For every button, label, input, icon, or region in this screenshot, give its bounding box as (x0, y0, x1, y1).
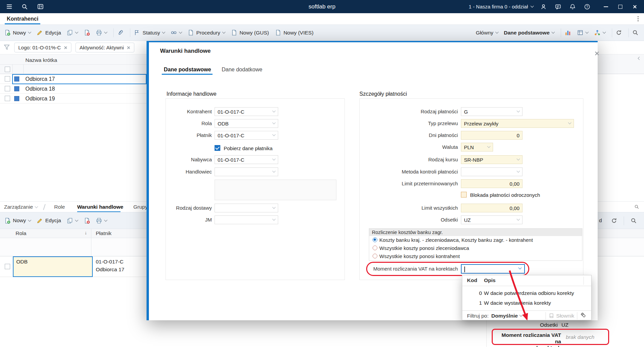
new-button[interactable]: Nowy (4, 217, 31, 224)
new-vies-button[interactable]: Nowy (VIES) (275, 29, 314, 36)
contractor-icon (14, 96, 19, 101)
tab-grupy[interactable]: Grupy (133, 202, 147, 212)
moment-vat-combobox-open[interactable] (461, 264, 525, 274)
tab-role[interactable]: Role (54, 202, 65, 212)
filter-chip-logo[interactable]: Logo: 01-O-01%-C (14, 43, 71, 52)
clear-filter-eraser-icon[interactable] (580, 312, 586, 320)
typ-przelewu-select[interactable]: Przelew zwykły (461, 119, 574, 128)
column-header-platnik[interactable]: Płatnik (96, 230, 112, 236)
column-header-rola[interactable]: Rola (16, 230, 26, 236)
new-button[interactable]: Nowy (4, 29, 31, 36)
dialog-tab-dane-dodatkowe[interactable]: Dane dodatkowe (222, 67, 262, 73)
chart-view-button[interactable] (564, 29, 571, 36)
print-button[interactable] (96, 217, 107, 224)
relations-button[interactable] (171, 29, 182, 36)
filter-funnel-icon[interactable] (3, 44, 10, 52)
table-row[interactable]: Odbiorca 17 (0, 74, 147, 84)
tab-kontrahenci[interactable]: Kontrahenci (5, 13, 40, 24)
delete-button[interactable] (84, 217, 90, 224)
option-kod: 1 (467, 300, 482, 306)
table-row[interactable]: Odbiorca 19 (0, 94, 147, 103)
statuses-button[interactable]: Statusy (134, 29, 165, 36)
radio-koszty-podzielone[interactable] (373, 237, 377, 242)
attachments-button[interactable] (117, 29, 124, 36)
odsetki-select[interactable]: UZ (461, 215, 523, 224)
background-odsetki-value: UZ (561, 322, 569, 328)
edit-button[interactable]: Edycja (37, 217, 61, 224)
platnik-select[interactable]: 01-O-017-C (215, 131, 278, 140)
help-icon[interactable] (583, 2, 592, 11)
copy-button[interactable] (67, 217, 78, 224)
row-checkbox[interactable] (5, 76, 10, 82)
dialog-tab-dane-podstawowe[interactable]: Dane podstawowe (164, 67, 211, 73)
chevron-down-icon (518, 266, 522, 270)
pobierz-dane-platnika-checkbox[interactable] (215, 145, 220, 151)
refresh-icon[interactable] (611, 217, 617, 225)
messages-icon[interactable] (554, 2, 562, 11)
procedures-button[interactable]: Procedury (187, 29, 225, 36)
tab-warunki-handlowe[interactable]: Warunki handlowe (77, 202, 123, 212)
option-opis: W dacie wystawienia korekty (484, 300, 551, 306)
delete-button[interactable] (84, 29, 90, 36)
row-checkbox[interactable] (5, 264, 10, 269)
kontrahent-select[interactable]: 01-O-017-C (215, 107, 278, 116)
table-row[interactable]: Odbiorca 18 (0, 84, 147, 94)
rodzaj-dostawy-select[interactable] (215, 204, 278, 212)
blokada-platnosci-checkbox[interactable] (461, 192, 467, 198)
company-selector[interactable]: 1 - Nasza firma 0 - oddział (469, 4, 533, 9)
column-header-nazwa-krotka[interactable]: Nazwa krótka (25, 57, 57, 63)
edit-button[interactable]: Edycja (37, 29, 61, 36)
limit-wszystkich-input[interactable]: 0,00 (461, 204, 523, 212)
tab-zarzadzanie-label: Zarządzanie (4, 204, 33, 210)
window-maximize-button[interactable] (616, 2, 625, 11)
print-button[interactable] (96, 29, 107, 36)
dropdown-header: Kod Opis (462, 275, 591, 286)
vies-doc-icon (275, 29, 281, 36)
rodzaj-kursu-select[interactable]: SR-NBP (461, 155, 523, 164)
rola-cell-focused[interactable]: ODB (13, 256, 93, 277)
search-icon[interactable] (630, 217, 637, 225)
jm-select[interactable] (215, 215, 278, 224)
hierarchy-button[interactable] (594, 29, 605, 36)
dialog-close-button[interactable] (593, 50, 601, 57)
label-platnik: Płatnik (164, 132, 212, 138)
metoda-kontroli-select[interactable] (461, 167, 523, 176)
window-minimize-button[interactable] (601, 2, 610, 11)
radio-koszty-kontrahent[interactable] (373, 254, 377, 258)
sort-descending-icon[interactable]: ↓ (85, 230, 87, 235)
filter-chip-aktywnosc[interactable]: Aktywność: Aktywni (75, 43, 134, 52)
user-icon[interactable] (539, 2, 548, 11)
select-all-checkbox[interactable] (5, 67, 10, 72)
dane-podstawowe-dropdown[interactable]: Dane podstawowe (504, 30, 554, 36)
collapse-panel-chevron-left-icon[interactable] (638, 57, 641, 60)
dni-platnosci-input[interactable]: 0 (461, 131, 523, 140)
bottom-grid-row[interactable]: ODB 01-O-017-C Odbiorca 17 (0, 256, 147, 277)
rodzaj-platnosci-select[interactable]: G (461, 107, 523, 116)
nabywca-select[interactable]: 01-O-017-C (215, 155, 278, 164)
notifications-bell-icon[interactable] (568, 2, 577, 11)
dropdown-column-opis: Opis (484, 277, 495, 283)
layout-button[interactable] (577, 29, 588, 36)
search-icon[interactable] (634, 204, 639, 211)
limit-przeterminowanych-input[interactable]: 0,00 (461, 179, 523, 188)
new-gus-button[interactable]: Nowy (GUS) (231, 29, 269, 36)
row-checkbox[interactable] (5, 86, 10, 91)
refresh-button[interactable] (616, 29, 622, 36)
handlowiec-select[interactable] (215, 167, 278, 176)
chevron-down-icon (568, 121, 572, 124)
slownik-button-disabled[interactable]: Słownik (549, 313, 574, 319)
remove-filter-icon[interactable] (127, 46, 130, 49)
rola-select[interactable]: ODB (215, 119, 278, 128)
search-button[interactable] (632, 29, 639, 36)
tab-zarzadzanie[interactable]: Zarządzanie (4, 202, 38, 212)
copy-button[interactable] (67, 29, 78, 36)
remove-filter-icon[interactable] (64, 46, 67, 49)
more-options-icon[interactable] (638, 16, 639, 22)
filtruj-po-select[interactable]: Domyślnie (491, 313, 522, 319)
window-close-button[interactable] (630, 2, 639, 11)
handlowiec-notes-textarea[interactable] (215, 180, 336, 200)
radio-koszty-zleceniodawca[interactable] (373, 246, 377, 250)
row-checkbox[interactable] (5, 96, 10, 101)
glowny-dropdown[interactable]: Główny (476, 30, 498, 36)
waluta-select[interactable]: PLN (461, 143, 493, 152)
